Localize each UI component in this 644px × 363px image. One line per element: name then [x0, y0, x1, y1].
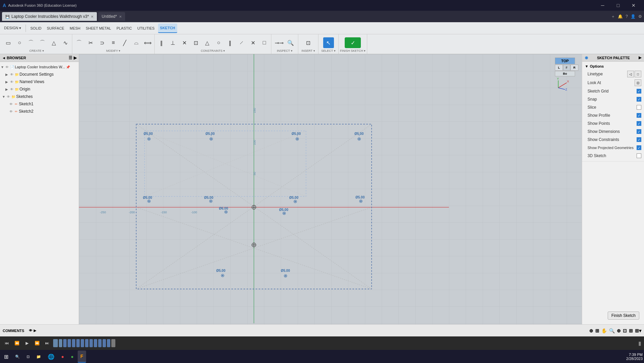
doc-settings-expand[interactable]: ▶: [5, 73, 10, 76]
show-profile-checkbox[interactable]: ✓: [637, 113, 641, 118]
notifications-icon[interactable]: 🔔: [618, 14, 623, 19]
tab-close-button[interactable]: ✕: [91, 15, 93, 19]
show-projected-checkbox[interactable]: ✓: [637, 145, 641, 150]
tree-item-origin[interactable]: ▶ 👁 📁 Origin: [0, 85, 79, 93]
root-eye-icon[interactable]: 👁: [5, 65, 9, 69]
circle-tool[interactable]: ○: [14, 37, 25, 48]
sketch-grid-checkbox[interactable]: ✓: [637, 89, 641, 94]
sketch1-eye[interactable]: 👁: [9, 102, 13, 106]
tl-marker-2[interactable]: [59, 339, 62, 347]
linetype-left-btn[interactable]: ◁: [627, 71, 634, 77]
concentric-tool[interactable]: ✕: [179, 37, 190, 48]
fit-tool[interactable]: ✋: [601, 328, 607, 333]
perpendicular-tool[interactable]: ✕: [248, 37, 258, 48]
taskbar-app2-btn[interactable]: ●: [68, 351, 76, 363]
finish-sketch-label[interactable]: FINISH SKETCH ▾: [340, 49, 366, 53]
parallel-tool[interactable]: ⟋: [236, 37, 247, 48]
taskbar-task-view-btn[interactable]: ⊡: [24, 351, 32, 363]
coincident-tool[interactable]: ‖: [156, 37, 167, 48]
tree-item-sketch2[interactable]: 👁 ✏ Sketch2: [0, 108, 79, 115]
origin-expand[interactable]: ▶: [5, 87, 10, 91]
insert-label[interactable]: INSERT ▾: [301, 49, 315, 53]
tree-item-root[interactable]: ▼ 👁 📄 Laptop Cooler Instrucibles W... 📌: [0, 63, 79, 71]
surface-tab[interactable]: SURFACE: [45, 24, 66, 33]
view-cube-left-face[interactable]: L: [555, 65, 563, 71]
orbit-tool[interactable]: ⊕: [589, 328, 593, 333]
untitled-tab[interactable]: Untitled* ✕: [98, 12, 125, 21]
taskbar-explorer-btn[interactable]: 📁: [34, 351, 44, 363]
select-label[interactable]: SELECT ▾: [321, 49, 335, 53]
root-pin-icon[interactable]: 📌: [66, 65, 70, 69]
zoom-fit-tool[interactable]: ⊕: [617, 328, 621, 333]
tl-marker-14[interactable]: [111, 339, 115, 347]
taskbar-start-btn[interactable]: ⊞: [1, 351, 11, 363]
taskbar-fusion-btn[interactable]: F: [78, 351, 86, 363]
utilities-tab[interactable]: UTILITIES: [135, 24, 156, 33]
canvas-area[interactable]: 150 100 50 -250 -200 -150 -100 Ø5.00 Ø5.…: [79, 54, 582, 324]
tl-marker-3[interactable]: [63, 339, 67, 347]
tl-marker-8[interactable]: [85, 339, 88, 347]
tree-item-sketch1[interactable]: 👁 ✏ Sketch1: [0, 100, 79, 108]
help-icon[interactable]: ?: [626, 14, 628, 19]
tree-item-named-views[interactable]: ▶ 👁 📁 Named Views: [0, 78, 79, 85]
linetype-right-btn[interactable]: □: [635, 71, 641, 77]
trim-tool[interactable]: ⌒: [74, 37, 84, 48]
view-cube[interactable]: TOP L F R Bo X Y Z: [555, 58, 578, 84]
inspect-label[interactable]: INSPECT ▾: [277, 49, 292, 53]
snap-checkbox[interactable]: ✓: [637, 97, 641, 102]
constraints-label[interactable]: CONSTRAINTS ▾: [201, 49, 225, 53]
plastic-tab[interactable]: PLASTIC: [114, 24, 134, 33]
account-icon[interactable]: 👤: [631, 14, 636, 19]
tl-marker-5[interactable]: [72, 339, 75, 347]
untitled-tab-close[interactable]: ✕: [119, 15, 122, 19]
collinear-tool[interactable]: ⊥: [167, 37, 178, 48]
tl-step-back-btn[interactable]: ⏪: [13, 339, 21, 347]
tree-item-doc-settings[interactable]: ▶ 👁 📁 Document Settings: [0, 71, 79, 78]
taskbar-app1-btn[interactable]: ●: [59, 351, 67, 363]
finish-sketch-tool[interactable]: ✓: [345, 37, 361, 48]
tl-step-fwd-btn[interactable]: ⏩: [33, 339, 41, 347]
tl-marker-1[interactable]: [53, 339, 58, 347]
active-tab[interactable]: 💾 Laptop Cooler Instrucibles Walkthrough…: [2, 12, 97, 21]
tl-marker-13[interactable]: [107, 339, 110, 347]
tl-marker-4[interactable]: [68, 339, 71, 347]
comments-eye-icon[interactable]: 👁: [29, 329, 32, 332]
display-settings-tool[interactable]: ⊡: [623, 328, 627, 333]
line-tool[interactable]: ▭: [3, 37, 13, 48]
browser-options-icon[interactable]: ☰: [69, 56, 72, 60]
look-at-btn[interactable]: ⊡: [635, 79, 641, 86]
spline-tool[interactable]: ∿: [60, 37, 71, 48]
palette-options-title[interactable]: ▼ Options: [582, 63, 644, 70]
sketch2-eye[interactable]: 👁: [9, 110, 13, 113]
insert-image-tool[interactable]: ⊡: [303, 37, 314, 48]
tl-goto-start-btn[interactable]: ⏮: [3, 339, 11, 347]
view-cube-bottom-face[interactable]: Bo: [555, 71, 575, 76]
grid-settings-tool[interactable]: ⊞▾: [635, 328, 641, 333]
taskbar-chrome-btn[interactable]: 🌐: [45, 351, 57, 363]
taskbar-search-btn[interactable]: 🔍: [12, 351, 23, 363]
create-label[interactable]: CREATE ▾: [29, 49, 44, 53]
mesh-tab[interactable]: MESH: [68, 24, 82, 33]
grid-display-tool[interactable]: ⊞: [629, 328, 633, 333]
tangent-tool[interactable]: ○: [213, 37, 224, 48]
horiz-vert-tool[interactable]: □: [259, 37, 270, 48]
view-cube-right-face[interactable]: R: [570, 65, 578, 71]
tree-item-sketches[interactable]: ▼ 👁 📁 Sketches: [0, 93, 79, 100]
triangle-tool[interactable]: △: [48, 37, 59, 48]
offset-tool[interactable]: ≡: [108, 37, 119, 48]
doc-settings-eye[interactable]: 👁: [10, 73, 13, 76]
mirror-tool[interactable]: ⟺: [142, 37, 153, 48]
view-cube-top[interactable]: TOP: [555, 58, 575, 64]
tl-marker-10[interactable]: [94, 339, 97, 347]
browser-collapse-icon[interactable]: ▶: [74, 56, 77, 60]
tl-marker-11[interactable]: [98, 339, 102, 347]
sheet-metal-tab[interactable]: SHEET METAL: [84, 24, 113, 33]
fillet-tool[interactable]: ⌓: [131, 37, 142, 48]
named-views-eye[interactable]: 👁: [10, 80, 13, 84]
arc3-tool[interactable]: ╱: [119, 37, 130, 48]
sketch-tab[interactable]: SKETCH: [158, 24, 177, 33]
sketches-eye[interactable]: 👁: [7, 95, 10, 99]
solid-tab[interactable]: SOLID: [28, 24, 43, 33]
slice-checkbox[interactable]: [637, 105, 641, 110]
origin-eye[interactable]: 👁: [10, 87, 13, 91]
